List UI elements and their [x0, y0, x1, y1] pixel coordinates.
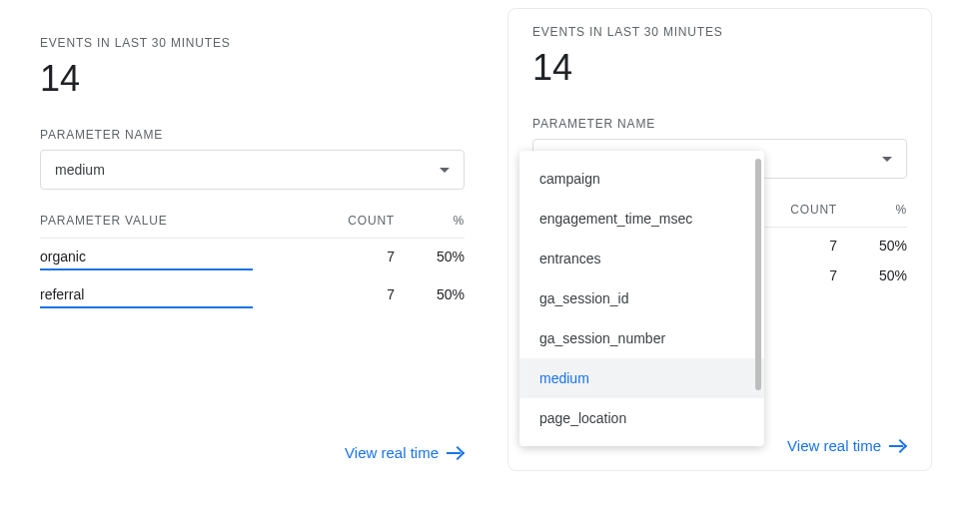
chevron-down-icon — [882, 157, 892, 162]
parameter-name-select-value: medium — [55, 162, 440, 178]
row-bar — [40, 268, 465, 270]
events-label: EVENTS IN LAST 30 MINUTES — [508, 25, 931, 39]
view-link-row: View real time — [40, 314, 465, 461]
view-real-time-label: View real time — [345, 444, 439, 461]
row-percent: 50% — [837, 267, 907, 283]
parameter-name-label: PARAMETER NAME — [40, 128, 465, 142]
row-param-value: organic — [40, 249, 305, 264]
dropdown-item-medium[interactable]: medium — [519, 358, 764, 398]
row-bar — [40, 306, 465, 308]
view-real-time-link[interactable]: View real time — [787, 437, 907, 454]
column-header-count: COUNT — [305, 214, 395, 228]
chevron-down-icon — [440, 168, 450, 173]
dropdown-item-engagement[interactable]: engagement_time_msec — [519, 199, 764, 239]
table-row: organic 7 50% — [40, 239, 465, 268]
events-label: EVENTS IN LAST 30 MINUTES — [40, 36, 465, 50]
dropdown-item-ga-session-number[interactable]: ga_session_number — [519, 318, 764, 358]
row-percent: 50% — [395, 249, 465, 264]
row-bar-fill — [40, 306, 253, 308]
parameter-name-dropdown[interactable]: campaign engagement_time_msec entrances … — [519, 151, 764, 446]
column-header-value: PARAMETER VALUE — [40, 214, 305, 228]
dropdown-item-page-location[interactable]: page_location — [519, 398, 764, 438]
row-count: 7 — [305, 286, 395, 302]
row-param-value: referral — [40, 286, 305, 302]
parameter-name-select[interactable]: medium — [40, 150, 465, 190]
table-header: PARAMETER VALUE COUNT % — [40, 214, 465, 239]
dropdown-item-entrances[interactable]: entrances — [519, 239, 764, 278]
row-percent: 50% — [395, 286, 465, 302]
events-card-closed: EVENTS IN LAST 30 MINUTES 14 PARAMETER N… — [40, 36, 465, 461]
table-row: referral 7 50% — [40, 276, 465, 306]
events-count: 14 — [40, 58, 465, 100]
row-bar-fill — [40, 268, 253, 270]
view-real-time-label: View real time — [787, 437, 881, 454]
parameter-name-label: PARAMETER NAME — [508, 117, 931, 131]
column-header-percent: % — [395, 214, 465, 228]
dropdown-item-campaign[interactable]: campaign — [519, 159, 764, 199]
scrollbar[interactable] — [755, 159, 761, 390]
events-count: 14 — [508, 47, 931, 89]
row-count: 7 — [305, 249, 395, 264]
column-header-percent: % — [837, 203, 907, 217]
arrow-right-icon — [889, 440, 907, 452]
view-real-time-link[interactable]: View real time — [345, 444, 465, 461]
row-percent: 50% — [837, 238, 907, 254]
dropdown-item-ga-session-id[interactable]: ga_session_id — [519, 278, 764, 318]
arrow-right-icon — [447, 447, 465, 459]
